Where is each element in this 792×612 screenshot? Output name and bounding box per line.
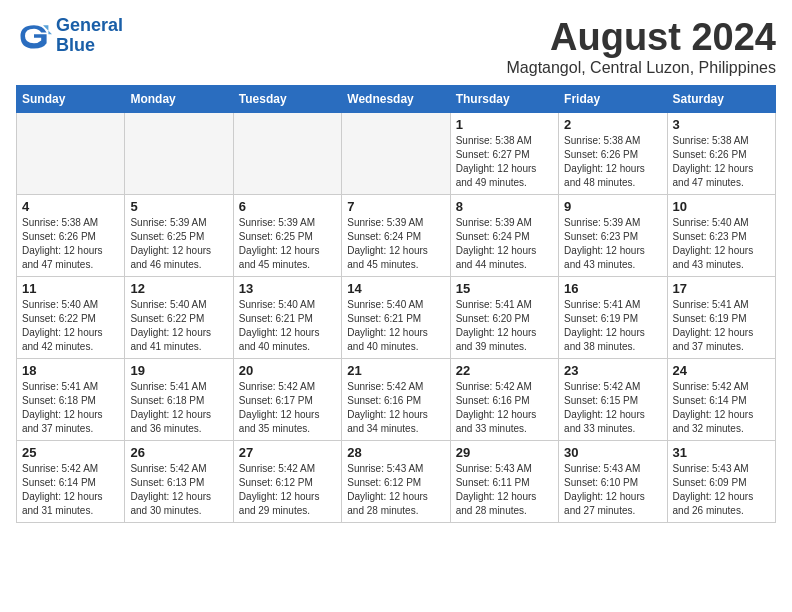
day-of-week-header: Saturday <box>667 86 775 113</box>
calendar-header-row: SundayMondayTuesdayWednesdayThursdayFrid… <box>17 86 776 113</box>
day-number: 18 <box>22 363 119 378</box>
calendar-cell: 11Sunrise: 5:40 AM Sunset: 6:22 PM Dayli… <box>17 277 125 359</box>
day-number: 10 <box>673 199 770 214</box>
day-info: Sunrise: 5:39 AM Sunset: 6:24 PM Dayligh… <box>347 216 444 272</box>
day-info: Sunrise: 5:42 AM Sunset: 6:16 PM Dayligh… <box>347 380 444 436</box>
calendar-cell: 21Sunrise: 5:42 AM Sunset: 6:16 PM Dayli… <box>342 359 450 441</box>
logo-line2: Blue <box>56 36 123 56</box>
calendar-cell: 6Sunrise: 5:39 AM Sunset: 6:25 PM Daylig… <box>233 195 341 277</box>
calendar-week-row: 18Sunrise: 5:41 AM Sunset: 6:18 PM Dayli… <box>17 359 776 441</box>
day-number: 4 <box>22 199 119 214</box>
day-info: Sunrise: 5:38 AM Sunset: 6:26 PM Dayligh… <box>22 216 119 272</box>
calendar-cell <box>342 113 450 195</box>
calendar-cell: 18Sunrise: 5:41 AM Sunset: 6:18 PM Dayli… <box>17 359 125 441</box>
calendar-week-row: 1Sunrise: 5:38 AM Sunset: 6:27 PM Daylig… <box>17 113 776 195</box>
logo: General Blue <box>16 16 123 56</box>
calendar-cell: 31Sunrise: 5:43 AM Sunset: 6:09 PM Dayli… <box>667 441 775 523</box>
calendar-cell: 28Sunrise: 5:43 AM Sunset: 6:12 PM Dayli… <box>342 441 450 523</box>
day-number: 14 <box>347 281 444 296</box>
day-number: 26 <box>130 445 227 460</box>
day-info: Sunrise: 5:40 AM Sunset: 6:22 PM Dayligh… <box>22 298 119 354</box>
day-number: 27 <box>239 445 336 460</box>
day-number: 1 <box>456 117 553 132</box>
day-number: 8 <box>456 199 553 214</box>
day-of-week-header: Monday <box>125 86 233 113</box>
day-number: 12 <box>130 281 227 296</box>
header: General Blue August 2024 Magtangol, Cent… <box>16 16 776 77</box>
day-info: Sunrise: 5:43 AM Sunset: 6:10 PM Dayligh… <box>564 462 661 518</box>
calendar-cell: 24Sunrise: 5:42 AM Sunset: 6:14 PM Dayli… <box>667 359 775 441</box>
day-number: 22 <box>456 363 553 378</box>
day-of-week-header: Tuesday <box>233 86 341 113</box>
day-number: 6 <box>239 199 336 214</box>
day-info: Sunrise: 5:43 AM Sunset: 6:09 PM Dayligh… <box>673 462 770 518</box>
calendar-cell: 20Sunrise: 5:42 AM Sunset: 6:17 PM Dayli… <box>233 359 341 441</box>
day-number: 19 <box>130 363 227 378</box>
day-info: Sunrise: 5:42 AM Sunset: 6:15 PM Dayligh… <box>564 380 661 436</box>
day-info: Sunrise: 5:39 AM Sunset: 6:25 PM Dayligh… <box>130 216 227 272</box>
day-info: Sunrise: 5:41 AM Sunset: 6:18 PM Dayligh… <box>130 380 227 436</box>
day-number: 28 <box>347 445 444 460</box>
day-number: 17 <box>673 281 770 296</box>
calendar-body: 1Sunrise: 5:38 AM Sunset: 6:27 PM Daylig… <box>17 113 776 523</box>
calendar-cell: 7Sunrise: 5:39 AM Sunset: 6:24 PM Daylig… <box>342 195 450 277</box>
calendar-cell <box>17 113 125 195</box>
day-info: Sunrise: 5:39 AM Sunset: 6:24 PM Dayligh… <box>456 216 553 272</box>
calendar-cell: 25Sunrise: 5:42 AM Sunset: 6:14 PM Dayli… <box>17 441 125 523</box>
day-number: 23 <box>564 363 661 378</box>
calendar-cell: 27Sunrise: 5:42 AM Sunset: 6:12 PM Dayli… <box>233 441 341 523</box>
day-of-week-header: Friday <box>559 86 667 113</box>
day-number: 21 <box>347 363 444 378</box>
calendar-cell: 15Sunrise: 5:41 AM Sunset: 6:20 PM Dayli… <box>450 277 558 359</box>
title-block: August 2024 Magtangol, Central Luzon, Ph… <box>507 16 777 77</box>
calendar-cell: 26Sunrise: 5:42 AM Sunset: 6:13 PM Dayli… <box>125 441 233 523</box>
calendar-cell: 23Sunrise: 5:42 AM Sunset: 6:15 PM Dayli… <box>559 359 667 441</box>
calendar-cell <box>233 113 341 195</box>
day-info: Sunrise: 5:42 AM Sunset: 6:16 PM Dayligh… <box>456 380 553 436</box>
calendar-cell: 19Sunrise: 5:41 AM Sunset: 6:18 PM Dayli… <box>125 359 233 441</box>
day-info: Sunrise: 5:40 AM Sunset: 6:23 PM Dayligh… <box>673 216 770 272</box>
calendar-cell: 10Sunrise: 5:40 AM Sunset: 6:23 PM Dayli… <box>667 195 775 277</box>
calendar-cell: 5Sunrise: 5:39 AM Sunset: 6:25 PM Daylig… <box>125 195 233 277</box>
calendar-cell: 29Sunrise: 5:43 AM Sunset: 6:11 PM Dayli… <box>450 441 558 523</box>
day-number: 15 <box>456 281 553 296</box>
calendar-week-row: 4Sunrise: 5:38 AM Sunset: 6:26 PM Daylig… <box>17 195 776 277</box>
sub-title: Magtangol, Central Luzon, Philippines <box>507 59 777 77</box>
day-of-week-header: Wednesday <box>342 86 450 113</box>
day-number: 30 <box>564 445 661 460</box>
day-info: Sunrise: 5:42 AM Sunset: 6:13 PM Dayligh… <box>130 462 227 518</box>
day-number: 25 <box>22 445 119 460</box>
day-info: Sunrise: 5:38 AM Sunset: 6:26 PM Dayligh… <box>673 134 770 190</box>
day-info: Sunrise: 5:39 AM Sunset: 6:25 PM Dayligh… <box>239 216 336 272</box>
day-info: Sunrise: 5:38 AM Sunset: 6:27 PM Dayligh… <box>456 134 553 190</box>
day-info: Sunrise: 5:41 AM Sunset: 6:19 PM Dayligh… <box>564 298 661 354</box>
day-info: Sunrise: 5:40 AM Sunset: 6:21 PM Dayligh… <box>347 298 444 354</box>
day-info: Sunrise: 5:42 AM Sunset: 6:12 PM Dayligh… <box>239 462 336 518</box>
day-info: Sunrise: 5:43 AM Sunset: 6:11 PM Dayligh… <box>456 462 553 518</box>
logo-line1: General <box>56 16 123 36</box>
day-info: Sunrise: 5:42 AM Sunset: 6:14 PM Dayligh… <box>673 380 770 436</box>
calendar: SundayMondayTuesdayWednesdayThursdayFrid… <box>16 85 776 523</box>
day-number: 5 <box>130 199 227 214</box>
day-info: Sunrise: 5:41 AM Sunset: 6:18 PM Dayligh… <box>22 380 119 436</box>
day-number: 9 <box>564 199 661 214</box>
day-number: 20 <box>239 363 336 378</box>
calendar-cell: 12Sunrise: 5:40 AM Sunset: 6:22 PM Dayli… <box>125 277 233 359</box>
calendar-cell: 9Sunrise: 5:39 AM Sunset: 6:23 PM Daylig… <box>559 195 667 277</box>
calendar-cell: 2Sunrise: 5:38 AM Sunset: 6:26 PM Daylig… <box>559 113 667 195</box>
day-number: 24 <box>673 363 770 378</box>
day-of-week-header: Sunday <box>17 86 125 113</box>
day-number: 3 <box>673 117 770 132</box>
day-info: Sunrise: 5:39 AM Sunset: 6:23 PM Dayligh… <box>564 216 661 272</box>
day-number: 2 <box>564 117 661 132</box>
calendar-cell: 13Sunrise: 5:40 AM Sunset: 6:21 PM Dayli… <box>233 277 341 359</box>
day-of-week-header: Thursday <box>450 86 558 113</box>
main-title: August 2024 <box>507 16 777 59</box>
calendar-cell: 8Sunrise: 5:39 AM Sunset: 6:24 PM Daylig… <box>450 195 558 277</box>
calendar-cell: 30Sunrise: 5:43 AM Sunset: 6:10 PM Dayli… <box>559 441 667 523</box>
day-number: 11 <box>22 281 119 296</box>
calendar-cell: 1Sunrise: 5:38 AM Sunset: 6:27 PM Daylig… <box>450 113 558 195</box>
day-number: 31 <box>673 445 770 460</box>
day-info: Sunrise: 5:38 AM Sunset: 6:26 PM Dayligh… <box>564 134 661 190</box>
calendar-cell: 16Sunrise: 5:41 AM Sunset: 6:19 PM Dayli… <box>559 277 667 359</box>
